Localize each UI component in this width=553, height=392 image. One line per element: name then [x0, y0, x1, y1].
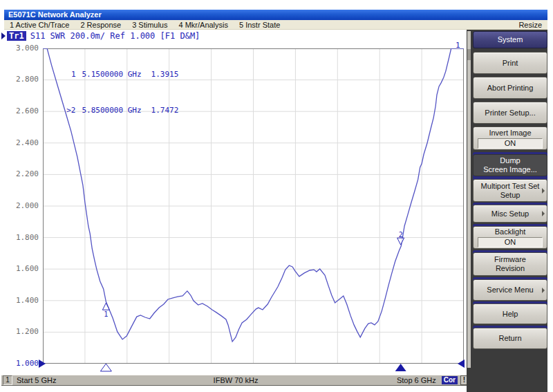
trace-number-label: 1 [456, 41, 460, 50]
softkey-invert-image[interactable]: Invert Image ON [473, 127, 547, 150]
submenu-arrow-icon [542, 188, 545, 194]
y-axis-label: 1.600 [10, 264, 39, 273]
softkey-help[interactable]: Help [473, 304, 547, 324]
softkey-dump-screen-image[interactable]: Dump Screen Image... [473, 154, 547, 176]
marker-readout: 15.1500000 GHz1.3915 >25.8500000 GHz1.74… [46, 49, 178, 129]
invert-image-state: ON [478, 138, 543, 149]
active-trace-arrow-icon [1, 32, 6, 39]
softkey-system[interactable]: System [473, 31, 547, 48]
trace-name-badge[interactable]: Tr1 [7, 31, 26, 41]
y-axis-label: 1.200 [10, 327, 39, 336]
y-axis-label: 3.000 [10, 44, 39, 53]
stimulus-indicator-strip [0, 358, 470, 373]
marker-value: 1.3915 [151, 70, 179, 79]
trace-header: Tr1 S11 SWR 200.0m/ Ref 1.000 [F1 D&M] [1, 31, 200, 41]
e5071c-screen: { "window": { "title": "E5071C Network A… [0, 0, 553, 392]
submenu-arrow-icon [542, 288, 545, 293]
softkey-return[interactable]: Return [473, 328, 547, 349]
softkey-print[interactable]: Print [473, 52, 547, 74]
submenu-arrow-icon [542, 211, 545, 216]
softkey-multiport-test-set-setup[interactable]: Multiport Test Set Setup [473, 179, 547, 202]
marker-value: 1.7472 [151, 106, 179, 115]
softkey-misc-setup[interactable]: Misc Setup [473, 205, 547, 223]
correction-status-badge: Cor [442, 376, 458, 384]
window-titlebar[interactable]: E5071C Network Analyzer [4, 10, 547, 20]
stop-frequency-label: Stop 6 GHz [397, 376, 436, 384]
menu-item-mkr-analysis[interactable]: 4 Mkr/Analysis [173, 21, 234, 29]
y-axis-label: 2.400 [10, 138, 39, 147]
y-axis-label: 2.000 [10, 201, 39, 210]
marker-readout-row: 15.1500000 GHz1.3915 [46, 64, 178, 86]
y-axis-label: 2.200 [10, 169, 39, 178]
menu-item-active-ch-trace[interactable]: 1 Active Ch/Trace [4, 21, 75, 29]
softkey-printer-setup[interactable]: Printer Setup... [473, 102, 547, 124]
softkey-scrollbar-thumb[interactable] [467, 49, 471, 60]
y-axis-label: 2.600 [10, 106, 39, 115]
menu-item-response[interactable]: 2 Response [75, 21, 126, 29]
softkey-abort-printing[interactable]: Abort Printing [473, 77, 547, 99]
trace-settings-text[interactable]: S11 SWR 200.0m/ Ref 1.000 [F1 D&M] [30, 31, 200, 41]
marker-readout-row: >25.8500000 GHz1.7472 [46, 100, 178, 122]
softkey-service-menu[interactable]: Service Menu [473, 279, 547, 301]
svg-text:1: 1 [104, 310, 108, 318]
menu-item-stimulus[interactable]: 3 Stimulus [126, 21, 173, 29]
marker-number: >2 [64, 107, 76, 115]
status-bar: 1 Start 5 GHz IFBW 70 kHz Stop 6 GHz Cor… [1, 375, 470, 386]
y-axis-label: 1.400 [10, 296, 39, 305]
start-frequency-label: Start 5 GHz [17, 376, 56, 384]
menu-bar: 1 Active Ch/Trace 2 Response 3 Stimulus … [4, 20, 547, 30]
y-axis-label: 1.800 [10, 233, 39, 242]
backlight-state: ON [478, 237, 543, 248]
marker-number: 1 [64, 71, 76, 79]
softkey-firmware-revision[interactable]: Firmware Revision [473, 252, 547, 276]
y-axis-label: 2.800 [10, 75, 39, 84]
svg-text:2: 2 [399, 231, 403, 239]
softkey-backlight[interactable]: Backlight ON [473, 226, 547, 249]
softkey-scrollbar[interactable] [467, 31, 471, 368]
menu-item-instr-state[interactable]: 5 Instr State [234, 21, 285, 29]
marker-frequency: 5.1500000 GHz [82, 70, 142, 79]
marker-frequency: 5.8500000 GHz [82, 106, 142, 115]
ifbw-label: IFBW 70 kHz [214, 376, 259, 384]
window-title: E5071C Network Analyzer [8, 10, 102, 19]
channel-number-box: 1 [3, 375, 12, 385]
menu-item-resize[interactable]: Resize [513, 21, 547, 29]
softkey-column: System Print Abort Printing Printer Setu… [473, 31, 547, 349]
sweep-end-arrow-icon [458, 360, 465, 368]
